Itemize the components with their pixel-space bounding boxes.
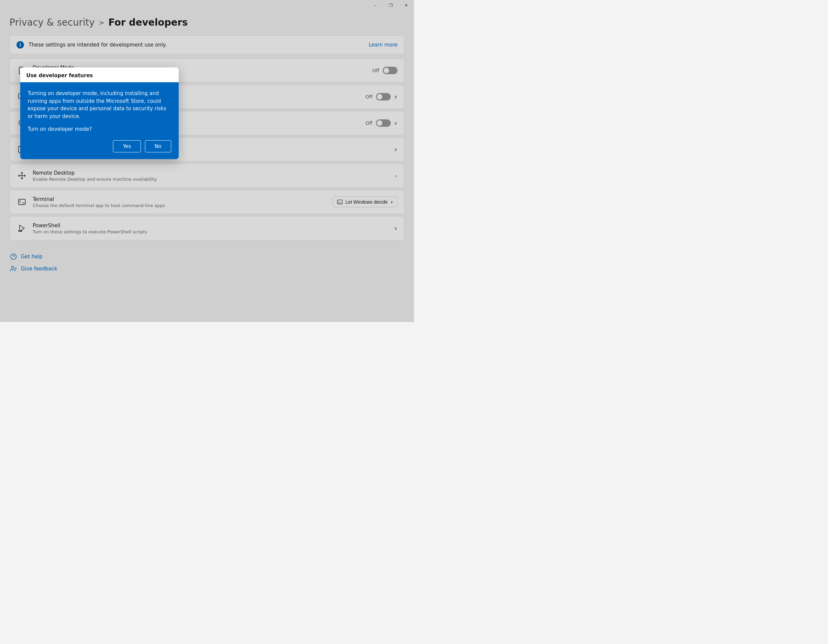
dialog-backdrop	[0, 0, 414, 322]
dialog-body: Turning on developer mode, including ins…	[20, 82, 179, 159]
dialog-no-button[interactable]: No	[145, 140, 171, 152]
dialog-title: Use developer features	[26, 72, 93, 79]
dialog-question: Turn on developer mode?	[28, 126, 171, 132]
developer-mode-dialog: Use developer features Turning on develo…	[20, 68, 179, 159]
dialog-buttons: Yes No	[28, 140, 171, 152]
dialog-header: Use developer features	[20, 68, 179, 82]
dialog-yes-button[interactable]: Yes	[113, 140, 141, 152]
dialog-warning-text: Turning on developer mode, including ins…	[28, 90, 171, 120]
